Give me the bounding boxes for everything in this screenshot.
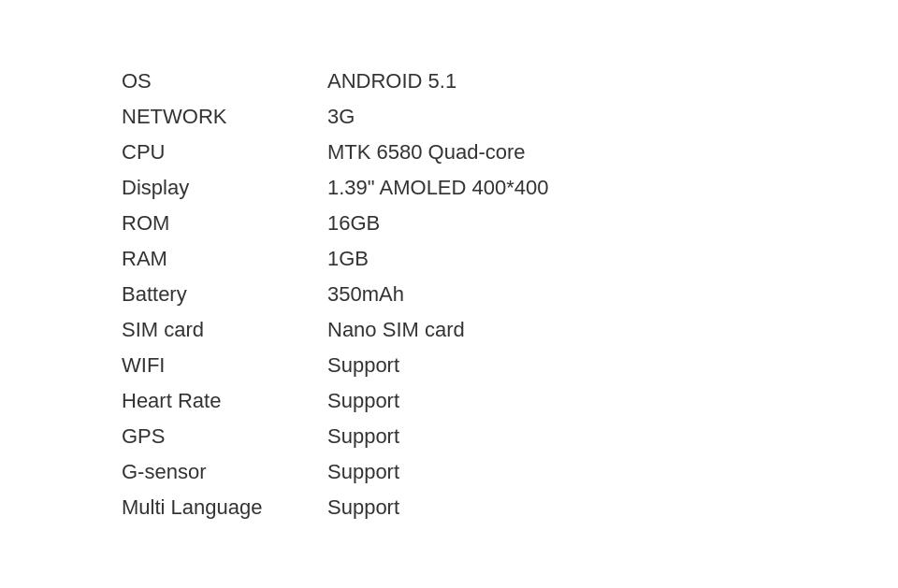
spec-value-0: ANDROID 5.1 bbox=[327, 69, 456, 93]
spec-row: Battery350mAh bbox=[122, 277, 776, 312]
spec-label-12: Multi Language bbox=[122, 495, 327, 520]
spec-value-9: Support bbox=[327, 389, 399, 413]
spec-row: CPUMTK 6580 Quad-core bbox=[122, 135, 776, 170]
spec-row: G-sensorSupport bbox=[122, 454, 776, 490]
spec-label-10: GPS bbox=[122, 424, 327, 449]
spec-row: WIFISupport bbox=[122, 348, 776, 383]
spec-value-10: Support bbox=[327, 424, 399, 449]
spec-row: Display1.39" AMOLED 400*400 bbox=[122, 170, 776, 206]
spec-row: RAM1GB bbox=[122, 241, 776, 277]
spec-label-9: Heart Rate bbox=[122, 389, 327, 413]
spec-row: SIM cardNano SIM card bbox=[122, 312, 776, 348]
spec-label-2: CPU bbox=[122, 140, 327, 165]
spec-value-7: Nano SIM card bbox=[327, 318, 465, 342]
spec-row: Heart RateSupport bbox=[122, 383, 776, 419]
spec-table: OSANDROID 5.1NETWORK3GCPUMTK 6580 Quad-c… bbox=[122, 64, 776, 525]
spec-value-4: 16GB bbox=[327, 211, 380, 236]
spec-label-0: OS bbox=[122, 69, 327, 93]
spec-row: GPSSupport bbox=[122, 419, 776, 454]
spec-value-6: 350mAh bbox=[327, 282, 404, 307]
spec-row: OSANDROID 5.1 bbox=[122, 64, 776, 99]
spec-label-7: SIM card bbox=[122, 318, 327, 342]
spec-row: NETWORK3G bbox=[122, 99, 776, 135]
spec-label-5: RAM bbox=[122, 247, 327, 271]
spec-value-11: Support bbox=[327, 460, 399, 484]
spec-label-6: Battery bbox=[122, 282, 327, 307]
spec-value-3: 1.39" AMOLED 400*400 bbox=[327, 176, 549, 200]
spec-row: ROM16GB bbox=[122, 206, 776, 241]
spec-value-8: Support bbox=[327, 353, 399, 378]
spec-label-1: NETWORK bbox=[122, 105, 327, 129]
spec-value-12: Support bbox=[327, 495, 399, 520]
spec-label-4: ROM bbox=[122, 211, 327, 236]
spec-value-1: 3G bbox=[327, 105, 355, 129]
spec-value-2: MTK 6580 Quad-core bbox=[327, 140, 526, 165]
spec-row: Multi LanguageSupport bbox=[122, 490, 776, 525]
spec-label-11: G-sensor bbox=[122, 460, 327, 484]
spec-label-8: WIFI bbox=[122, 353, 327, 378]
spec-label-3: Display bbox=[122, 176, 327, 200]
spec-value-5: 1GB bbox=[327, 247, 369, 271]
